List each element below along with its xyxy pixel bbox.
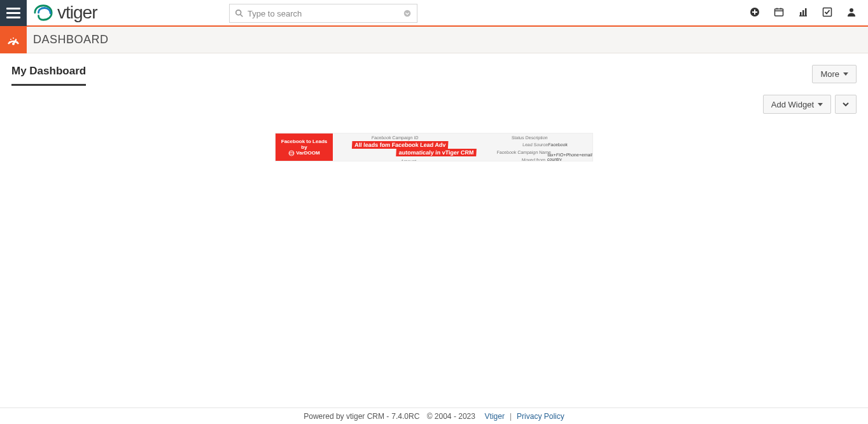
dashboard-module-icon[interactable] xyxy=(0,27,27,53)
brand-logo[interactable]: vtiger xyxy=(31,3,97,23)
banner-field-status-desc: Status Description xyxy=(512,135,548,140)
tabs-row: My Dashboard More xyxy=(11,65,857,86)
quick-create-icon[interactable] xyxy=(750,7,760,19)
module-bar: DASHBOARD xyxy=(0,27,868,53)
banner-left-line2: by xyxy=(301,144,307,150)
svg-rect-10 xyxy=(802,10,804,16)
footer-vendor-link[interactable]: Vtiger xyxy=(485,412,505,421)
hamburger-icon xyxy=(6,12,20,14)
footer-version: 7.4.0RC xyxy=(391,412,419,421)
user-icon[interactable] xyxy=(846,7,857,19)
svg-point-16 xyxy=(9,41,10,43)
search-icon xyxy=(235,9,244,18)
svg-point-13 xyxy=(850,8,853,12)
svg-point-22 xyxy=(289,152,294,154)
search-box[interactable] xyxy=(229,4,417,23)
vtiger-logo-icon xyxy=(31,3,56,22)
more-button[interactable]: More xyxy=(812,65,857,83)
svg-point-21 xyxy=(289,151,294,156)
banner-field-campaign-id: Facebook Campaign ID xyxy=(372,135,419,140)
banner-left-line3: VarDOOM xyxy=(296,150,319,156)
svg-point-2 xyxy=(404,10,411,17)
footer-copyright: © 2004 - 2023 xyxy=(427,412,475,421)
banner-field-amount: Amount xyxy=(401,159,416,161)
svg-rect-4 xyxy=(775,9,783,16)
chevron-down-icon xyxy=(842,100,850,108)
add-widget-button[interactable]: Add Widget xyxy=(763,95,831,114)
svg-rect-9 xyxy=(800,12,802,16)
dashboard-actions: Add Widget xyxy=(11,95,857,114)
footer-powered-prefix: Powered by vtiger CRM - xyxy=(304,412,389,421)
top-icons xyxy=(750,7,868,19)
main-menu-toggle[interactable] xyxy=(0,0,27,26)
tab-my-dashboard[interactable]: My Dashboard xyxy=(11,65,86,86)
banner-field-campaign-name: Facebook Campaign Name xyxy=(496,150,551,154)
caret-down-icon xyxy=(843,72,848,76)
svg-line-1 xyxy=(241,15,243,17)
topbar: vtiger xyxy=(0,0,868,27)
banner-left-line1: Facebook to Leads xyxy=(281,139,327,144)
module-title: DASHBOARD xyxy=(33,33,109,46)
banner-logo: Facebook to Leads by VarDOOM xyxy=(276,133,333,161)
svg-point-20 xyxy=(17,41,18,43)
svg-rect-11 xyxy=(805,8,807,16)
banner-value-campaign-name: tax+FIO+Phone+email+ country xyxy=(547,153,593,161)
footer-privacy-link[interactable]: Privacy Policy xyxy=(517,412,564,421)
banner-badge-line2: automaticaly in vTiger CRM xyxy=(396,149,477,156)
promo-banner[interactable]: Facebook to Leads by VarDOOM Facebook Ca… xyxy=(275,133,593,161)
footer-separator: | xyxy=(510,412,512,421)
banner-value-lead-source: Facebook xyxy=(548,142,568,147)
banner-field-lead-source: Lead Source xyxy=(522,142,548,147)
add-widget-label: Add Widget xyxy=(771,100,814,109)
gauge-icon xyxy=(6,32,21,48)
atom-icon xyxy=(288,150,295,156)
brand-name: vtiger xyxy=(57,3,97,23)
content-area: My Dashboard More Add Widget Facebook to… xyxy=(0,53,868,161)
search-dropdown-icon[interactable] xyxy=(403,9,412,18)
more-label: More xyxy=(820,69,839,79)
footer: Powered by vtiger CRM - 7.4.0RC © 2004 -… xyxy=(0,407,868,424)
svg-point-17 xyxy=(10,39,11,40)
tasks-icon[interactable] xyxy=(822,7,832,19)
global-search xyxy=(229,4,417,23)
caret-down-icon xyxy=(818,103,823,106)
banner-field-moved-from: Moved from xyxy=(522,158,545,161)
svg-point-19 xyxy=(15,39,17,40)
svg-point-18 xyxy=(13,38,14,39)
expand-button[interactable] xyxy=(835,95,857,114)
search-input[interactable] xyxy=(248,9,403,18)
calendar-icon[interactable] xyxy=(774,7,784,19)
reports-icon[interactable] xyxy=(798,7,808,19)
banner-badge-line1: All leads fom Facebook Lead Adv xyxy=(352,141,449,149)
svg-point-0 xyxy=(236,10,241,15)
